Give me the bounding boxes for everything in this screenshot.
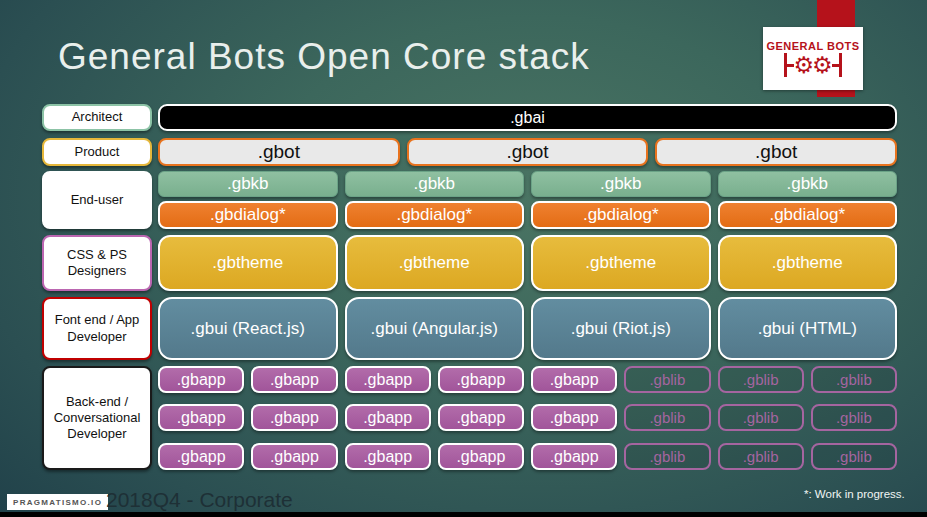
gbapp-box: .gbapp	[251, 404, 337, 431]
role-label-backend-conversational-developer: Back-end / Conversational Developer	[42, 366, 152, 470]
row-gbtheme: .gbtheme .gbtheme .gbtheme .gbtheme	[158, 235, 897, 291]
general-bots-logo: GENERAL BOTS ⚙⚙	[763, 27, 863, 90]
row-gbui: .gbui (React.js) .gbui (Angular.js) .gbu…	[158, 297, 897, 360]
role-text: Font end / App Developer	[52, 312, 142, 345]
gbapp-box: .gbapp	[345, 443, 431, 470]
gbapp-box: .gbapp	[531, 443, 617, 470]
role-label-end-user: End-user	[42, 171, 152, 229]
bottom-black-strip	[0, 512, 927, 517]
role-text: End-user	[71, 192, 124, 208]
gbdialog-box: .gbdialog*	[158, 201, 338, 229]
gbai-box: .gbai	[158, 104, 897, 131]
row-gbkb: .gbkb .gbkb .gbkb .gbkb	[158, 171, 897, 197]
gbkb-box: .gbkb	[345, 171, 525, 197]
gbapp-box: .gbapp	[158, 366, 244, 393]
gbapp-box: .gbapp	[438, 404, 524, 431]
gblib-box: .gblib	[718, 443, 804, 470]
gbot-box: .gbot	[655, 138, 897, 166]
role-label-architect: Architect	[42, 104, 152, 131]
gblib-box: .gblib	[624, 404, 710, 431]
gblib-box: .gblib	[624, 366, 710, 393]
gbapp-box: .gbapp	[251, 366, 337, 393]
role-text: CSS & PS Designers	[52, 247, 142, 280]
logo-brand-text: GENERAL BOTS	[766, 40, 859, 52]
gbtheme-box: .gbtheme	[531, 235, 711, 291]
gbui-riot-box: .gbui (Riot.js)	[531, 297, 711, 360]
gear-icon: ⚙	[793, 53, 814, 77]
gbapp-box: .gbapp	[438, 443, 524, 470]
gbkb-box: .gbkb	[531, 171, 711, 197]
gblib-box: .gblib	[624, 443, 710, 470]
gbapp-box: .gbapp	[251, 443, 337, 470]
gear-axle-right	[832, 64, 839, 67]
gbdialog-box: .gbdialog*	[345, 201, 525, 229]
gear-icon: ⚙	[812, 53, 833, 77]
role-text: Architect	[72, 109, 123, 125]
role-label-css-ps-designers: CSS & PS Designers	[42, 235, 152, 291]
gblib-box: .gblib	[811, 443, 897, 470]
row-gbdialog: .gbdialog* .gbdialog* .gbdialog* .gbdial…	[158, 201, 897, 229]
gblib-box: .gblib	[718, 404, 804, 431]
gbapp-box: .gbapp	[438, 366, 524, 393]
gears-icon: ⚙⚙	[784, 53, 841, 77]
role-label-product: Product	[42, 138, 152, 166]
gbui-angular-box: .gbui (Angular.js)	[345, 297, 525, 360]
gbtheme-box: .gbtheme	[158, 235, 338, 291]
row-gbai: .gbai	[158, 104, 897, 131]
gblib-box: .gblib	[811, 404, 897, 431]
role-text: Back-end / Conversational Developer	[52, 394, 142, 443]
gbui-react-box: .gbui (React.js)	[158, 297, 338, 360]
gbdialog-box: .gbdialog*	[718, 201, 898, 229]
row-backend-3: .gbapp .gbapp .gbapp .gbapp .gbapp .gbli…	[158, 443, 897, 470]
gear-endbar-right	[839, 53, 842, 77]
row-backend-1: .gbapp .gbapp .gbapp .gbapp .gbapp .gbli…	[158, 366, 897, 393]
gbot-box: .gbot	[158, 138, 400, 166]
gbapp-box: .gbapp	[531, 404, 617, 431]
role-text: Product	[75, 144, 120, 160]
gbapp-box: .gbapp	[345, 404, 431, 431]
gbdialog-box: .gbdialog*	[531, 201, 711, 229]
gbapp-box: .gbapp	[158, 404, 244, 431]
work-in-progress-note: *: Work in progress.	[804, 488, 905, 500]
slide: General Bots Open Core stack GENERAL BOT…	[0, 0, 927, 517]
gbot-box: .gbot	[407, 138, 649, 166]
gblib-box: .gblib	[718, 366, 804, 393]
gbkb-box: .gbkb	[158, 171, 338, 197]
gbapp-box: .gbapp	[531, 366, 617, 393]
row-gbot: .gbot .gbot .gbot	[158, 138, 897, 166]
pragmatismo-badge: PRAGMATISMO.IO	[7, 494, 108, 510]
gblib-box: .gblib	[811, 366, 897, 393]
gbui-html-box: .gbui (HTML)	[718, 297, 898, 360]
footer-caption: 2018Q4 - Corporate	[106, 488, 293, 512]
gbapp-box: .gbapp	[345, 366, 431, 393]
gbapp-box: .gbapp	[158, 443, 244, 470]
gbkb-box: .gbkb	[718, 171, 898, 197]
role-label-frontend-app-developer: Font end / App Developer	[42, 297, 152, 360]
gbtheme-box: .gbtheme	[718, 235, 898, 291]
gbtheme-box: .gbtheme	[345, 235, 525, 291]
row-backend-2: .gbapp .gbapp .gbapp .gbapp .gbapp .gbli…	[158, 404, 897, 431]
page-title: General Bots Open Core stack	[58, 36, 590, 78]
